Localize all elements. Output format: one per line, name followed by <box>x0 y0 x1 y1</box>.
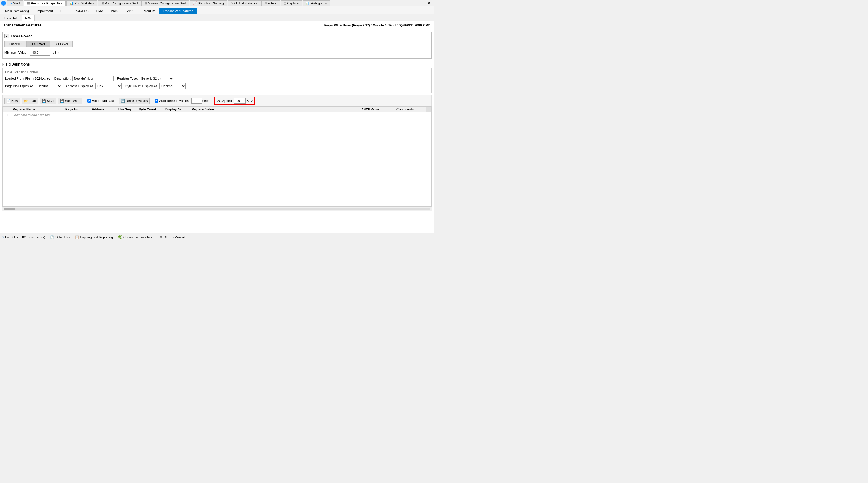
loaded-from-file-label: Loaded From File: <box>5 77 31 80</box>
auto-load-checkbox[interactable] <box>88 99 91 103</box>
col-page-no[interactable]: Page No <box>63 107 90 112</box>
page-title: Transceiver Features <box>3 23 42 27</box>
menu-tabs: Main Port Config Impairment EEE PCS/FEC … <box>0 6 434 14</box>
collapse-button[interactable]: ▲ <box>4 34 9 38</box>
minimum-value-input[interactable] <box>30 50 50 56</box>
new-button[interactable]: 📄 New <box>4 97 20 104</box>
minimum-value-row: Minimum Value: dBm <box>4 50 430 56</box>
col-display-as[interactable]: Display As <box>163 107 189 112</box>
tab-filters[interactable]: ▽ Filters <box>261 0 280 6</box>
toolbar: 📄 New 📂 Load 💾 Save 💾 Save As ... Auto-L… <box>2 95 432 106</box>
status-scheduler[interactable]: 🕐 Scheduler <box>50 235 70 239</box>
subtab-rw[interactable]: R/W <box>22 15 34 21</box>
laser-tab-rx[interactable]: RX Level <box>50 41 73 47</box>
col-byte-count[interactable]: Byte Count <box>136 107 163 112</box>
refresh-button[interactable]: 🔄 Refresh Values <box>119 97 150 104</box>
sub-tabs: Basic Info R/W <box>0 14 434 21</box>
laser-tab-tx[interactable]: TX Level <box>27 41 50 47</box>
i2c-speed-input[interactable] <box>234 98 246 104</box>
save-button[interactable]: 💾 Save <box>40 97 56 104</box>
auto-refresh-value-input[interactable] <box>191 98 202 104</box>
laser-power-title: Laser Power <box>11 34 32 38</box>
hscroll-track <box>3 208 431 210</box>
tab-port-statistics[interactable]: 📊 Port Statistics <box>66 0 97 6</box>
col-address[interactable]: Address <box>90 107 116 112</box>
save-icon: 💾 <box>42 99 46 103</box>
fd-row-2: Page No Display As: Decimal Hex Address … <box>5 83 429 89</box>
col-ascii-value[interactable]: ASCII Value <box>359 107 394 112</box>
tab-resource-properties[interactable]: ▦ Resource Properties <box>24 0 66 6</box>
close-button[interactable]: ✕ <box>425 1 433 5</box>
fd-control-legend: Field Definition Control <box>5 70 429 74</box>
description-input[interactable] <box>72 76 114 81</box>
tab-start[interactable]: ● Start <box>7 0 23 6</box>
status-stream-wizard[interactable]: ⚙ Stream Wizard <box>159 235 185 239</box>
menu-main-port-config[interactable]: Main Port Config <box>1 8 33 14</box>
menu-impairment[interactable]: Impairment <box>33 8 57 14</box>
fd-row-1: Loaded From File: fr0024.xtreg Descripti… <box>5 76 429 81</box>
auto-refresh-check[interactable]: Auto-Refresh Values: <box>155 99 190 103</box>
col-register-name[interactable]: Register Name <box>10 107 63 112</box>
address-display-field: Address Display As: Decimal Hex <box>65 83 122 89</box>
horizontal-scrollbar[interactable] <box>2 206 432 211</box>
loaded-from-file-value: fr0024.xtreg <box>32 77 51 80</box>
auto-load-check[interactable]: Auto-Load Last <box>88 99 114 103</box>
add-item-text-cell[interactable]: Click here to add new item <box>10 112 431 118</box>
status-communication-trace[interactable]: 🌿 Communication Trace <box>118 235 155 239</box>
menu-prbs[interactable]: PRBS <box>107 8 124 14</box>
title-bar: ● Start ▦ Resource Properties 📊 Port Sta… <box>0 0 434 6</box>
register-table: Register Name Page No Address Use Seq By… <box>3 106 431 206</box>
grid-icon: ⊞ <box>101 1 104 5</box>
global-icon: ✕ <box>231 1 234 5</box>
table-header-row: Register Name Page No Address Use Seq By… <box>3 107 431 112</box>
address-display-select[interactable]: Decimal Hex <box>95 83 122 89</box>
trace-icon: 🌿 <box>118 235 122 239</box>
col-register-value[interactable]: Register Value <box>189 107 359 112</box>
empty-space-row <box>3 118 431 206</box>
menu-transceiver-features[interactable]: Transceiver Features <box>159 8 197 14</box>
menu-pcs-fec[interactable]: PCS/FEC <box>71 8 92 14</box>
menu-anlt[interactable]: AN/LT <box>123 8 140 14</box>
menu-medium[interactable]: Medium <box>140 8 159 14</box>
tab-capture[interactable]: ◻ Capture <box>281 0 302 6</box>
tab-statistics-charting[interactable]: 📈 Statistics Charting <box>190 0 227 6</box>
page-no-display-select[interactable]: Decimal Hex <box>35 83 62 89</box>
auto-refresh-checkbox[interactable] <box>155 99 158 103</box>
new-icon: 📄 <box>6 99 10 103</box>
tab-global-statistics[interactable]: ✕ Global Statistics <box>228 0 261 6</box>
capture-icon: ◻ <box>284 1 286 5</box>
menu-pma[interactable]: PMA <box>92 8 107 14</box>
tab-port-config-grid[interactable]: ⊞ Port Configuration Grid <box>98 0 141 6</box>
menu-eee[interactable]: EEE <box>57 8 71 14</box>
page-path: Freya PM & Sales (Freya 2.17) / Module 3… <box>324 24 431 27</box>
load-button[interactable]: 📂 Load <box>22 97 38 104</box>
field-definitions-title: Field Definitions <box>2 62 432 66</box>
app-icon <box>1 1 6 6</box>
col-commands[interactable]: Commands <box>394 107 426 112</box>
loaded-from-file-field: Loaded From File: fr0024.xtreg <box>5 77 51 80</box>
status-logging[interactable]: 📋 Logging and Reporting <box>75 235 113 239</box>
col-use-seq[interactable]: Use Seq <box>116 107 136 112</box>
filter-icon: ▽ <box>265 1 267 5</box>
status-event-log[interactable]: ℹ Event Log (101 new events) <box>2 235 45 239</box>
laser-tab-id[interactable]: Laser ID <box>4 41 27 47</box>
byte-count-display-field: Byte Count Display As: Decimal Hex <box>125 83 186 89</box>
toolbar-divider-4 <box>212 98 212 104</box>
save-as-button[interactable]: 💾 Save As ... <box>58 97 83 104</box>
register-type-select[interactable]: Generic 32 bit 8 bit 16 bit <box>139 76 174 81</box>
hist-icon: 📊 <box>306 1 310 5</box>
hscroll-thumb[interactable] <box>3 208 15 210</box>
save-as-icon: 💾 <box>60 99 64 103</box>
subtab-basic-info[interactable]: Basic Info <box>1 15 22 21</box>
tab-stream-config-grid[interactable]: ⊟ Stream Configuration Grid <box>142 0 189 6</box>
byte-count-display-label: Byte Count Display As: <box>125 84 158 88</box>
register-type-label: Register Type: <box>117 77 138 80</box>
minimum-value-label: Minimum Value: <box>4 51 27 54</box>
wizard-icon: ⚙ <box>159 235 162 239</box>
byte-count-display-select[interactable]: Decimal Hex <box>159 83 186 89</box>
description-label: Description: <box>54 77 71 80</box>
resource-icon: ▦ <box>27 1 30 5</box>
laser-tabs: Laser ID TX Level RX Level <box>4 41 430 47</box>
tab-histograms[interactable]: 📊 Histograms <box>303 0 331 6</box>
add-item-row[interactable]: ⇒ Click here to add new item <box>3 112 431 118</box>
